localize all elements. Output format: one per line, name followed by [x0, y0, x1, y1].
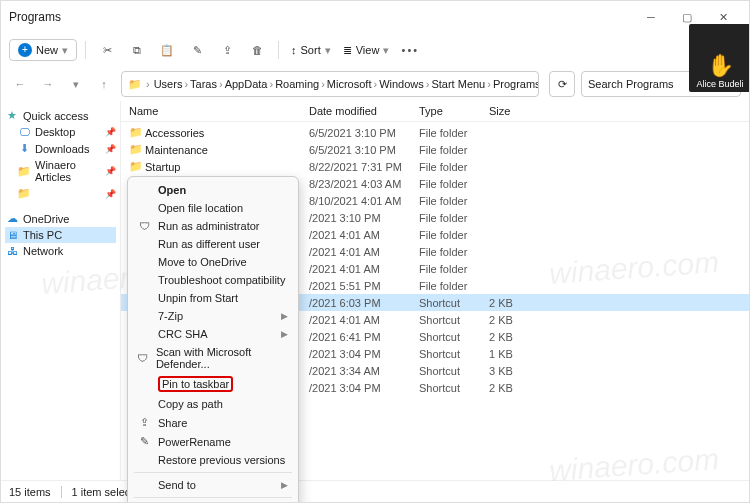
- chevron-right-icon: ▶: [281, 311, 288, 321]
- menu-item[interactable]: ⇪Share: [128, 413, 298, 432]
- video-call-thumbnail[interactable]: ✋ Alice Budeli: [689, 24, 750, 92]
- menu-item[interactable]: Copy as path: [128, 395, 298, 413]
- breadcrumb-segment[interactable]: Programs: [493, 78, 539, 90]
- menu-item-label: Share: [158, 417, 187, 429]
- command-bar: + New ▾ ✂ ⧉ 📋 ✎ ⇪ 🗑 ↕ Sort ▾ ≣ View ▾ ••…: [1, 33, 749, 67]
- menu-item[interactable]: Pin to taskbar: [128, 373, 298, 395]
- sort-label: Sort: [301, 44, 321, 56]
- chevron-right-icon: ›: [319, 78, 327, 90]
- menu-item[interactable]: Unpin from Start: [128, 289, 298, 307]
- breadcrumb-segment[interactable]: Microsoft: [327, 78, 372, 90]
- breadcrumb-segment[interactable]: Roaming: [275, 78, 319, 90]
- up-button[interactable]: ↑: [93, 73, 115, 95]
- chevron-right-icon: ▶: [281, 480, 288, 490]
- forward-button[interactable]: →: [37, 73, 59, 95]
- folder-icon: 📁: [129, 160, 145, 173]
- copy-button[interactable]: ⧉: [124, 37, 150, 63]
- folder-icon: 📁: [17, 165, 31, 178]
- sidebar-item-folder[interactable]: 📁📌: [5, 185, 116, 202]
- breadcrumb-segment[interactable]: Start Menu: [431, 78, 485, 90]
- file-date: /2021 6:03 PM: [309, 297, 419, 309]
- chevron-right-icon: ›: [267, 78, 275, 90]
- quick-access-label: Quick access: [23, 110, 88, 122]
- file-date: /2021 4:01 AM: [309, 246, 419, 258]
- share-button[interactable]: ⇪: [214, 37, 240, 63]
- menu-item-label: Troubleshoot compatibility: [158, 274, 285, 286]
- minimize-button[interactable]: ─: [633, 3, 669, 31]
- file-row[interactable]: 📁Startup8/22/2021 7:31 PMFile folder: [121, 158, 749, 175]
- sidebar-network[interactable]: 🖧Network: [5, 243, 116, 259]
- breadcrumb-segment[interactable]: Users: [154, 78, 183, 90]
- menu-item-label: PowerRename: [158, 436, 231, 448]
- folder-icon: 📁: [17, 187, 31, 200]
- file-type: Shortcut: [419, 331, 489, 343]
- file-date: 8/23/2021 4:03 AM: [309, 178, 419, 190]
- menu-item[interactable]: 🛡Scan with Microsoft Defender...: [128, 343, 298, 373]
- separator: [278, 41, 279, 59]
- menu-item-icon: ⇪: [136, 416, 152, 429]
- menu-item-icon: 🛡: [136, 352, 150, 364]
- chevron-right-icon: ▶: [281, 329, 288, 339]
- file-size: 2 KB: [489, 297, 549, 309]
- menu-item-label: Open: [158, 184, 186, 196]
- menu-item-label: Move to OneDrive: [158, 256, 247, 268]
- cut-button[interactable]: ✂: [94, 37, 120, 63]
- menu-item[interactable]: Move to OneDrive: [128, 253, 298, 271]
- file-type: File folder: [419, 195, 489, 207]
- menu-separator: [134, 472, 292, 473]
- file-name: Accessories: [145, 127, 309, 139]
- menu-item[interactable]: Run as different user: [128, 235, 298, 253]
- menu-item-icon: 🛡: [136, 220, 152, 232]
- sidebar-quick-access[interactable]: ★ Quick access: [5, 107, 116, 124]
- view-label: View: [356, 44, 380, 56]
- menu-item[interactable]: ✎PowerRename: [128, 432, 298, 451]
- column-size[interactable]: Size: [489, 105, 549, 117]
- refresh-button[interactable]: ⟳: [549, 71, 575, 97]
- sidebar-item-desktop[interactable]: 🖵Desktop📌: [5, 124, 116, 140]
- column-headers[interactable]: Name Date modified Type Size: [121, 101, 749, 122]
- address-bar[interactable]: 📁 › Users›Taras›AppData›Roaming›Microsof…: [121, 71, 539, 97]
- sidebar-onedrive[interactable]: ☁OneDrive: [5, 210, 116, 227]
- pc-icon: 🖥: [5, 229, 19, 241]
- menu-item[interactable]: Troubleshoot compatibility: [128, 271, 298, 289]
- menu-item[interactable]: CRC SHA▶: [128, 325, 298, 343]
- back-button[interactable]: ←: [9, 73, 31, 95]
- delete-button[interactable]: 🗑: [244, 37, 270, 63]
- menu-item[interactable]: Restore previous versions: [128, 451, 298, 469]
- paste-button[interactable]: 📋: [154, 37, 180, 63]
- menu-separator: [134, 497, 292, 498]
- menu-item[interactable]: Open file location: [128, 199, 298, 217]
- column-date[interactable]: Date modified: [309, 105, 419, 117]
- menu-item[interactable]: 🛡Run as administrator: [128, 217, 298, 235]
- sidebar-this-pc[interactable]: 🖥This PC: [5, 227, 116, 243]
- file-size: 1 KB: [489, 348, 549, 360]
- file-date: /2021 5:51 PM: [309, 280, 419, 292]
- breadcrumb-segment[interactable]: AppData: [225, 78, 268, 90]
- new-button[interactable]: + New ▾: [9, 39, 77, 61]
- menu-item[interactable]: Send to▶: [128, 476, 298, 494]
- more-button[interactable]: •••: [397, 37, 423, 63]
- menu-item[interactable]: 7-Zip▶: [128, 307, 298, 325]
- status-bar: 15 items 1 item selected 1.06: [1, 480, 749, 502]
- file-date: 6/5/2021 3:10 PM: [309, 144, 419, 156]
- view-button[interactable]: ≣ View ▾: [339, 44, 394, 57]
- sort-button[interactable]: ↕ Sort ▾: [287, 44, 335, 57]
- search-placeholder: Search Programs: [588, 78, 674, 90]
- breadcrumb-segment[interactable]: Taras: [190, 78, 217, 90]
- menu-item-label: Scan with Microsoft Defender...: [156, 346, 288, 370]
- sidebar-item-winaero[interactable]: 📁Winaero Articles📌: [5, 157, 116, 185]
- chevron-right-icon: ›: [217, 78, 225, 90]
- file-row[interactable]: 📁Maintenance6/5/2021 3:10 PMFile folder: [121, 141, 749, 158]
- menu-item-label: Unpin from Start: [158, 292, 238, 304]
- file-row[interactable]: 📁Accessories6/5/2021 3:10 PMFile folder: [121, 124, 749, 141]
- breadcrumb-segment[interactable]: Windows: [379, 78, 424, 90]
- column-type[interactable]: Type: [419, 105, 489, 117]
- chevron-down-icon[interactable]: ▾: [65, 73, 87, 95]
- desktop-icon: 🖵: [17, 126, 31, 138]
- file-type: File folder: [419, 280, 489, 292]
- file-type: Shortcut: [419, 382, 489, 394]
- column-name[interactable]: Name: [129, 105, 309, 117]
- sidebar-item-downloads[interactable]: ⬇Downloads📌: [5, 140, 116, 157]
- menu-item[interactable]: Open: [128, 181, 298, 199]
- rename-button[interactable]: ✎: [184, 37, 210, 63]
